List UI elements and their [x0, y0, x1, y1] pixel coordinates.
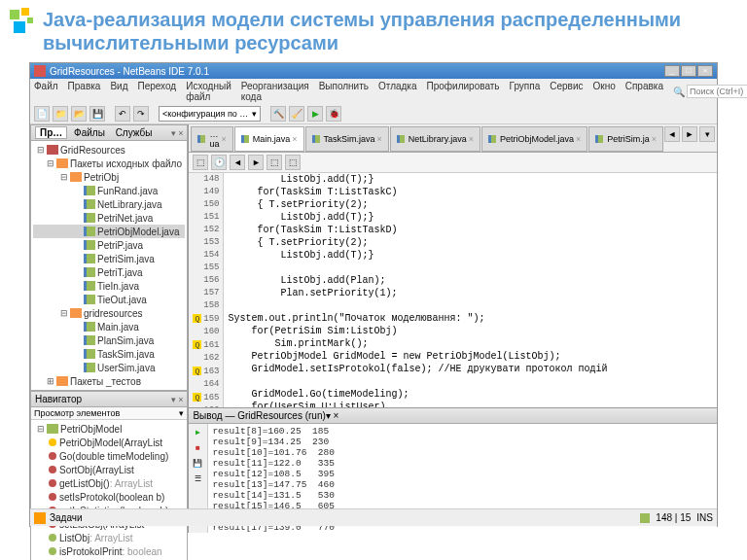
projects-panel-header: Пр… Файлы Службы ▾ × [31, 125, 187, 141]
app-icon [34, 65, 46, 77]
menu-item[interactable]: Справка [625, 81, 663, 102]
menu-item[interactable]: Отладка [378, 81, 417, 102]
panel-tab[interactable]: Пр… [35, 126, 67, 139]
menu-item[interactable]: Группа [510, 81, 541, 102]
maximize-button[interactable]: □ [681, 65, 696, 77]
navigator-tree[interactable]: ⊟PetriObjModelPetriObjModel(ArrayListGo(… [31, 420, 187, 560]
editor-tab[interactable]: PetriSim.ja× [588, 126, 663, 152]
editor-tab[interactable]: NetLibrary.java× [390, 126, 480, 152]
nav-fwd-button[interactable]: ► [248, 155, 264, 170]
editor-tab[interactable]: …ua× [191, 126, 232, 152]
statusbar: Задачи 148 | 15 INS [30, 508, 717, 526]
menu-item[interactable]: Исходный файл [186, 81, 231, 102]
clean-button[interactable]: 🧹 [289, 106, 304, 122]
panel-close-icon[interactable]: ▾ × [326, 410, 339, 421]
bookmark-button[interactable]: ⬚ [285, 155, 301, 170]
rerun-button[interactable]: ▶ [191, 426, 204, 439]
insert-mode: INS [696, 512, 713, 523]
menu-item[interactable]: Реорганизация кода [241, 81, 309, 102]
nav-back-button[interactable]: ◄ [230, 155, 245, 170]
menu-item[interactable]: Вид [110, 81, 127, 102]
panel-tab[interactable]: Файлы [70, 127, 109, 138]
navigator-header: Навигатор ▾ × [31, 392, 187, 407]
menu-item[interactable]: Выполнить [319, 81, 369, 102]
cursor-position: 148 | 15 [656, 512, 691, 523]
output-header: Вывод — GridResources (run) ▾ × [189, 407, 717, 424]
output-save-button[interactable]: 💾 [191, 457, 204, 471]
menubar: ФайлПравкаВидПереходИсходный файлРеорган… [30, 79, 717, 104]
new-file-button[interactable]: 📄 [34, 106, 50, 122]
build-button[interactable]: 🔨 [270, 106, 286, 122]
panel-close-icon[interactable]: ▾ × [171, 128, 184, 138]
find-button[interactable]: ⬚ [267, 155, 282, 170]
editor-tab[interactable]: Main.java× [234, 126, 304, 152]
menu-item[interactable]: Файл [34, 81, 58, 102]
source-button[interactable]: ⬚ [193, 155, 208, 170]
debug-button[interactable]: 🐞 [326, 106, 341, 122]
close-button[interactable]: × [697, 65, 713, 77]
search-box: 🔍 [673, 81, 747, 102]
editor-tabs: …ua×Main.java×TaskSim.java×NetLibrary.ja… [189, 124, 717, 153]
projects-tree[interactable]: ⊟GridResources⊟Пакеты исходных файло⊟Pet… [31, 141, 187, 390]
menu-item[interactable]: Сервис [550, 81, 583, 102]
ide-window: GridResources - NetBeans IDE 7.0.1 _ □ ×… [29, 62, 718, 527]
open-button[interactable]: 📂 [71, 106, 87, 122]
tasks-label[interactable]: Задачи [50, 512, 83, 523]
close-tab-icon[interactable]: × [292, 134, 297, 144]
config-select[interactable]: <конфигурация по … ▾ [159, 106, 261, 122]
search-input[interactable] [687, 85, 747, 98]
menu-item[interactable]: Переход [137, 81, 176, 102]
menu-item[interactable]: Правка [68, 81, 101, 102]
redo-button[interactable]: ↷ [133, 106, 149, 122]
code-editor[interactable]: 148149150151152153154155156157158Q159160… [189, 173, 717, 407]
menu-item[interactable]: Профилировать [427, 81, 500, 102]
new-project-button[interactable]: 📁 [53, 106, 68, 122]
status-indicator-icon [640, 513, 650, 523]
slide-title: Java-реализация модели системы управлени… [43, 9, 681, 53]
editor-tab[interactable]: PetriObjModel.java× [481, 126, 587, 152]
navigator-filter[interactable]: Просмотр элементов ▾ [31, 407, 187, 420]
menu-item[interactable]: Окно [592, 81, 615, 102]
close-tab-icon[interactable]: × [652, 134, 657, 144]
panel-close-icon[interactable]: ▾ × [171, 395, 184, 404]
close-tab-icon[interactable]: × [576, 134, 581, 144]
close-tab-icon[interactable]: × [221, 134, 226, 144]
undo-button[interactable]: ↶ [115, 106, 130, 122]
editor-toolbar: ⬚ 🕑 ◄ ► ⬚ ⬚ [189, 153, 717, 173]
run-button[interactable]: ▶ [307, 106, 323, 122]
editor-tab[interactable]: TaskSim.java× [305, 126, 389, 152]
stop-button[interactable]: ■ [191, 441, 204, 455]
history-button[interactable]: 🕑 [211, 155, 227, 170]
save-button[interactable]: 💾 [89, 106, 105, 122]
output-clear-button[interactable]: ☰ [191, 472, 204, 486]
window-title: GridResources - NetBeans IDE 7.0.1 [50, 66, 209, 77]
minimize-button[interactable]: _ [664, 65, 680, 77]
task-icon [34, 512, 46, 524]
main-toolbar: 📄 📁 📂 💾 ↶ ↷ <конфигурация по … ▾ 🔨 🧹 ▶ 🐞 [30, 104, 717, 124]
titlebar: GridResources - NetBeans IDE 7.0.1 _ □ × [30, 63, 717, 79]
close-tab-icon[interactable]: × [377, 134, 382, 144]
search-icon: 🔍 [673, 87, 685, 97]
panel-tab[interactable]: Службы [112, 127, 157, 138]
close-tab-icon[interactable]: × [469, 134, 474, 144]
